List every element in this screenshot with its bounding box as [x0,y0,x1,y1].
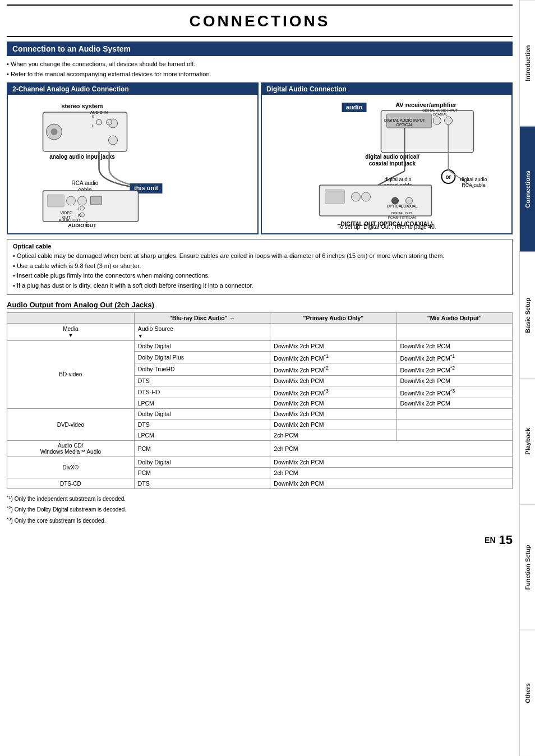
mix-dvd-lpcm [396,430,512,441]
page-number: 15 [499,533,513,547]
diagram-left: 2-Channel Analog Audio Connection stereo… [7,82,259,234]
optical-cable-note: Optical cable Optical cable may be damag… [7,239,513,294]
mix-dts: DownMix 2ch PCM [396,375,512,386]
svg-text:PCM/BITSTREAM: PCM/BITSTREAM [388,216,416,219]
svg-point-8 [96,119,102,125]
svg-text:DIGITAL OUT: DIGITAL OUT [391,211,412,215]
audio-lpcm-bd: LPCM [134,398,270,409]
svg-text:L: L [92,124,94,128]
mix-dolby-digital: DownMix 2ch PCM [396,340,512,351]
audio-dolby-plus: Dolby Digital Plus [134,351,270,363]
diagram-right: Digital Audio Connection audio AV receiv… [261,82,513,234]
svg-point-62 [406,197,413,204]
primary-divx-dolby: DownMix 2ch PCM [270,457,513,468]
audio-output-section: Audio Output from Analog Out (2ch Jacks)… [7,301,513,490]
svg-text:analog audio input jacks: analog audio input jacks [49,154,115,160]
svg-point-9 [107,119,112,125]
svg-text:R: R [85,224,88,227]
svg-text:R: R [92,115,95,119]
col-media [7,312,135,323]
footnote-2: *2) Only the Dolby Digital substream is … [7,504,513,515]
svg-point-19 [67,196,76,205]
svg-text:digital audio: digital audio [384,177,411,182]
media-dvd-video: DVD-video [7,409,135,441]
svg-text:DIGITAL AUDIO INPUT: DIGITAL AUDIO INPUT [422,109,458,112]
col-blu-ray: "Blu-ray Disc Audio" → [134,312,270,323]
audio-dts-cd: DTS [134,478,270,489]
sidebar-tab-introduction: Introduction [520,0,535,126]
audio-dts: DTS [134,375,270,386]
optical-note-2: Use a cable which is 9.8 feet (3 m) or s… [13,261,506,271]
svg-text:audio: audio [346,104,363,110]
primary-cd-pcm: 2ch PCM [270,441,513,457]
mix-dolby-truehd: DownMix 2ch PCM*2 [396,363,512,376]
svg-text:or: or [446,174,451,180]
analog-connection-svg: stereo system AUDIO IN R L [11,98,254,227]
svg-text:this unit: this unit [134,185,158,191]
svg-point-20 [78,196,87,205]
audio-divx-pcm: PCM [134,468,270,478]
svg-rect-18 [48,195,64,207]
sidebar-tab-basic-setup: Basic Setup [520,252,535,378]
svg-point-30 [80,206,85,210]
mix-header-empty [396,323,512,340]
diagram-left-header: 2-Channel Analog Audio Connection [8,84,257,95]
svg-point-2 [51,128,58,135]
digital-connection-svg: audio AV receiver/amplifier DIGITAL AUDI… [265,98,508,227]
sidebar-tab-playback: Playback [520,378,535,504]
svg-text:OPTICAL: OPTICAL [396,123,413,127]
bullet-1: When you change the connections, all dev… [7,59,513,70]
mix-dolby-plus: DownMix 2ch PCM*1 [396,351,512,363]
primary-dts-cd: DownMix 2ch PCM [270,478,513,489]
svg-text:COAXIAL: COAXIAL [400,204,417,208]
svg-text:AUDIO OUT: AUDIO OUT [68,223,96,227]
optical-note-1: Optical cable may be damaged when bent a… [13,251,506,261]
svg-point-61 [392,197,399,204]
right-sidebar: Introduction Connections Basic Setup Pla… [519,0,535,756]
en-label: EN [485,536,495,545]
audio-output-title: Audio Output from Analog Out (2ch Jacks) [7,301,513,309]
audio-output-table: "Blu-ray Disc Audio" → "Primary Audio On… [7,312,513,490]
svg-text:digital audio: digital audio [460,177,487,182]
footnote-3: *3) Only the core substream is decoded. [7,515,513,526]
sidebar-tab-others: Others [520,630,535,756]
audio-dvd-dts: DTS [134,420,270,430]
col-mix: "Mix Audio Output" [396,312,512,323]
primary-header-empty [270,323,396,340]
audio-dts-hd: DTS-HD [134,386,270,398]
svg-text:L: L [86,219,88,223]
main-content: CONNECTIONS Connection to an Audio Syste… [0,0,519,756]
diagram-left-svg: stereo system AUDIO IN R L [11,98,254,228]
diagram-right-header: Digital Audio Connection [262,84,511,95]
svg-rect-21 [91,196,102,205]
table-row: BD-video Dolby Digital DownMix 2ch PCM D… [7,340,513,351]
stereo-label: stereo system [62,103,103,109]
svg-text:AUDIO OUT: AUDIO OUT [59,218,81,222]
audio-cd-pcm: PCM [134,441,270,457]
primary-dolby-truehd: DownMix 2ch PCM*2 [270,363,396,376]
footnote-1: *1) Only the independent substream is de… [7,494,513,504]
sidebar-tab-function-setup: Function Setup [520,504,535,630]
mix-lpcm-bd: DownMix 2ch PCM [396,398,512,409]
svg-text:AV receiver/amplifier: AV receiver/amplifier [395,102,456,108]
svg-text:COAXIAL: COAXIAL [432,113,448,116]
svg-text:AUDIO IN: AUDIO IN [90,110,108,114]
primary-dvd-dolby: DownMix 2ch PCM [270,409,396,420]
media-bd-video: BD-video [7,340,135,409]
table-row: Audio CD/Windows Media™ Audio PCM 2ch PC… [7,441,513,457]
primary-dolby-plus: DownMix 2ch PCM*1 [270,351,396,363]
bullet-2: Refer to the manual accompanying externa… [7,70,513,80]
primary-divx-pcm: 2ch PCM [270,468,513,478]
media-header: Media [7,323,135,340]
table-row: DTS-CD DTS DownMix 2ch PCM [7,478,513,489]
mix-dvd-dts [396,420,512,430]
optical-cable-title: Optical cable [13,243,506,250]
primary-dts-hd: DownMix 2ch PCM*3 [270,386,396,398]
page-title: CONNECTIONS [7,4,513,37]
primary-dts: DownMix 2ch PCM [270,375,396,386]
svg-text:digital audio optical/: digital audio optical/ [365,154,419,160]
svg-point-37 [433,117,441,125]
svg-point-31 [80,213,85,217]
svg-text:VIDEO: VIDEO [61,211,73,215]
primary-dvd-dts: DownMix 2ch PCM [270,420,396,430]
